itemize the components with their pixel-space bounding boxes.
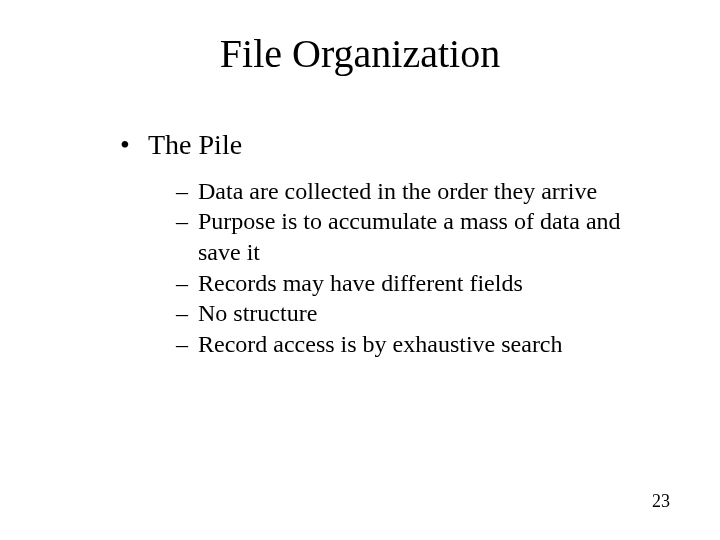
subitem-list: – Data are collected in the order they a… [176,176,660,360]
subitem: – Data are collected in the order they a… [176,176,660,207]
subitem-text: Purpose is to accumulate a mass of data … [198,206,660,267]
subitem-text: Data are collected in the order they arr… [198,176,660,207]
dash-icon: – [176,176,198,207]
slide-title: File Organization [0,30,720,77]
subitem: – Record access is by exhaustive search [176,329,660,360]
subitem-text: No structure [198,298,660,329]
bullet-level1: •The Pile [120,128,660,162]
subitem: – Records may have different fields [176,268,660,299]
dash-icon: – [176,329,198,360]
dash-icon: – [176,298,198,329]
subitem: – Purpose is to accumulate a mass of dat… [176,206,660,267]
bullet-glyph: • [120,128,148,162]
subitem-text: Records may have different fields [198,268,660,299]
slide-body: •The Pile – Data are collected in the or… [120,128,660,360]
dash-icon: – [176,206,198,267]
subitem: – No structure [176,298,660,329]
bullet-label: The Pile [148,129,242,160]
dash-icon: – [176,268,198,299]
page-number: 23 [652,491,670,512]
slide: File Organization •The Pile – Data are c… [0,0,720,540]
subitem-text: Record access is by exhaustive search [198,329,660,360]
